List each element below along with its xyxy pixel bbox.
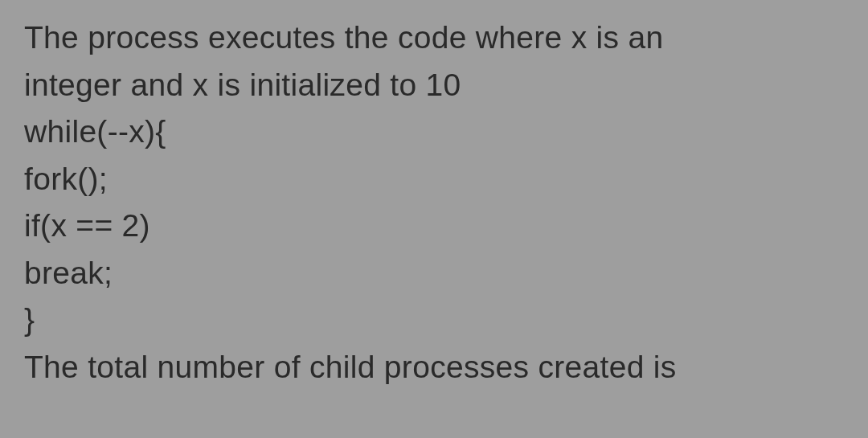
- code-line-break: break;: [24, 250, 844, 297]
- question-text-line-1: The process executes the code where x is…: [24, 14, 844, 62]
- question-text-line-3: The total number of child processes crea…: [24, 344, 844, 391]
- code-line-close-brace: }: [24, 297, 844, 344]
- code-line-if: if(x == 2): [24, 203, 844, 250]
- code-line-fork: fork();: [24, 156, 844, 203]
- question-text-line-2: integer and x is initialized to 10: [24, 62, 844, 109]
- code-line-while: while(--x){: [24, 108, 844, 156]
